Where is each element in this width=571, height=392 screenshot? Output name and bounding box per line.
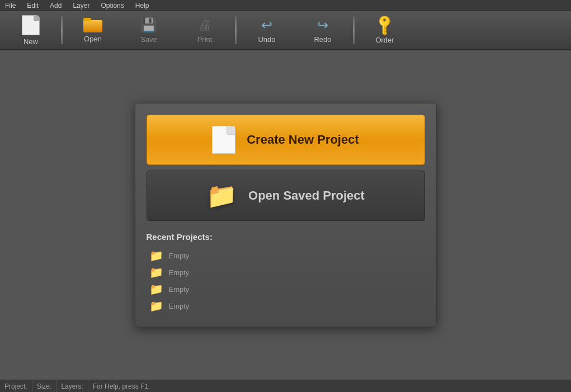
status-layers: Layers: <box>56 380 88 392</box>
recent-folder-icon-2: 📁 <box>149 267 163 278</box>
create-new-project-button[interactable]: Create New Project <box>147 115 425 165</box>
menu-edit[interactable]: Edit <box>25 2 41 10</box>
recent-item[interactable]: 📁 Empty <box>147 282 425 296</box>
status-help-label: For Help, press F1. <box>93 382 150 390</box>
toolbar-new-label: New <box>23 37 38 46</box>
status-size: Size: <box>32 380 57 392</box>
status-help: For Help, press F1. <box>88 380 571 392</box>
redo-icon: ↪ <box>317 17 328 33</box>
status-bar: Project: Size: Layers: For Help, press F… <box>0 380 571 392</box>
menu-options[interactable]: Options <box>98 2 126 10</box>
status-project: Project: <box>0 380 32 392</box>
toolbar-new-button[interactable]: New <box>3 12 59 48</box>
order-icon: 🔑 <box>372 12 398 37</box>
welcome-dialog: Create New Project 📁 Open Saved Project … <box>135 103 437 327</box>
recent-item-label-3: Empty <box>169 285 190 294</box>
menu-add[interactable]: Add <box>48 2 64 10</box>
status-size-label: Size: <box>37 382 52 390</box>
recent-folder-icon-3: 📁 <box>149 284 163 295</box>
undo-icon: ↩ <box>261 17 272 33</box>
toolbar-separator-2 <box>235 16 237 44</box>
toolbar-open-label: Open <box>84 35 102 43</box>
recent-item-label-1: Empty <box>169 252 190 260</box>
recent-item[interactable]: 📁 Empty <box>147 265 425 280</box>
menu-help[interactable]: Help <box>133 2 152 10</box>
new-icon <box>22 15 40 35</box>
save-icon: 💾 <box>140 17 157 33</box>
recent-projects-section: Recent Projects: 📁 Empty 📁 Empty 📁 Empty… <box>147 232 425 313</box>
open-saved-project-button[interactable]: 📁 Open Saved Project <box>147 171 425 221</box>
toolbar-open-button[interactable]: Open <box>65 12 121 48</box>
menu-layer[interactable]: Layer <box>70 2 92 10</box>
create-new-project-label: Create New Project <box>247 133 359 147</box>
menu-file[interactable]: File <box>3 2 18 10</box>
recent-item[interactable]: 📁 Empty <box>147 299 425 313</box>
toolbar-order-button[interactable]: 🔑 Order <box>357 12 413 48</box>
toolbar: New Open 💾 Save 🖨 Print ↩ Undo ↪ Redo 🔑 … <box>0 11 571 50</box>
status-layers-label: Layers: <box>61 382 83 390</box>
recent-projects-title: Recent Projects: <box>147 232 425 242</box>
toolbar-separator-3 <box>353 16 355 44</box>
recent-item[interactable]: 📁 Empty <box>147 248 425 263</box>
recent-item-label-4: Empty <box>169 302 190 310</box>
open-icon <box>83 18 102 32</box>
status-project-label: Project: <box>4 382 27 390</box>
toolbar-save-label: Save <box>140 35 157 44</box>
open-saved-project-label: Open Saved Project <box>248 188 365 203</box>
toolbar-separator-1 <box>61 16 63 44</box>
main-area: Create New Project 📁 Open Saved Project … <box>0 50 571 380</box>
menu-bar: File Edit Add Layer Options Help <box>0 0 571 11</box>
open-folder-icon: 📁 <box>206 183 237 208</box>
toolbar-save-button[interactable]: 💾 Save <box>121 12 177 48</box>
print-icon: 🖨 <box>198 17 211 33</box>
recent-item-label-2: Empty <box>169 268 190 277</box>
toolbar-undo-label: Undo <box>258 35 275 44</box>
new-document-icon <box>212 126 235 154</box>
toolbar-undo-button[interactable]: ↩ Undo <box>239 12 295 48</box>
toolbar-redo-button[interactable]: ↪ Redo <box>295 12 351 48</box>
toolbar-redo-label: Redo <box>314 35 331 44</box>
recent-folder-icon-1: 📁 <box>149 250 163 261</box>
recent-folder-icon-4: 📁 <box>149 300 163 311</box>
toolbar-print-button[interactable]: 🖨 Print <box>177 12 233 48</box>
toolbar-print-label: Print <box>197 35 213 44</box>
